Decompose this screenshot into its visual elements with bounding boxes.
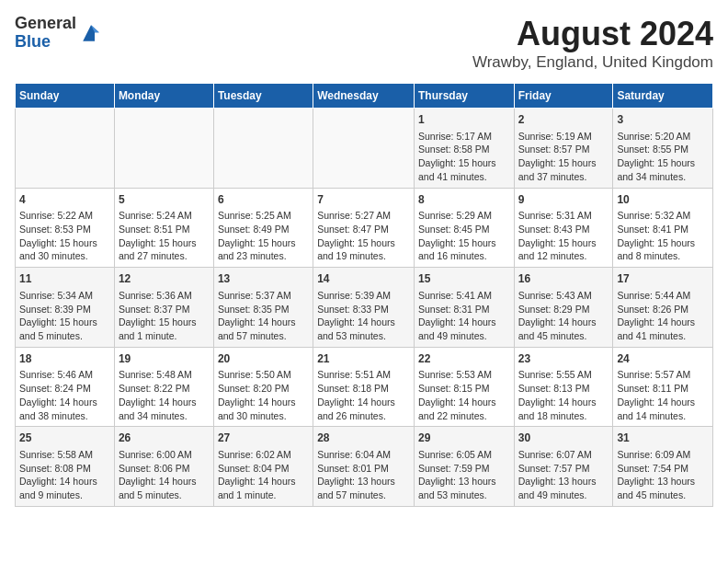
day-info: Sunrise: 6:05 AM [418, 448, 510, 462]
day-number: 29 [418, 431, 510, 446]
day-info: Daylight: 14 hours and 1 minute. [218, 475, 309, 501]
day-info: Sunrise: 5:22 AM [19, 209, 110, 223]
day-info: Sunrise: 5:46 AM [19, 368, 110, 382]
day-info: Daylight: 15 hours and 27 minutes. [119, 236, 210, 263]
day-number: 1 [418, 112, 510, 128]
day-info: Sunrise: 5:19 AM [518, 130, 609, 144]
day-info: Sunrise: 5:43 AM [518, 289, 609, 303]
day-info: Sunset: 8:58 PM [418, 143, 510, 156]
day-number: 13 [218, 271, 309, 287]
title-block: August 2024 Wrawby, England, United King… [472, 15, 713, 72]
day-info: Sunset: 8:01 PM [317, 462, 410, 476]
day-info: Sunset: 8:04 PM [218, 462, 309, 476]
logo-icon [80, 22, 102, 44]
weekday-header-monday: Monday [114, 84, 213, 109]
logo: General Blue [15, 15, 102, 52]
day-info: Sunrise: 5:55 AM [518, 368, 609, 382]
day-info: Sunset: 7:59 PM [418, 462, 510, 476]
page-title: August 2024 [472, 15, 713, 53]
day-info: Sunrise: 5:34 AM [19, 289, 110, 303]
calendar-table: SundayMondayTuesdayWednesdayThursdayFrid… [15, 83, 713, 507]
day-info: Sunrise: 5:53 AM [418, 368, 510, 382]
calendar-cell: 17Sunrise: 5:44 AMSunset: 8:26 PMDayligh… [613, 268, 713, 348]
day-info: Daylight: 13 hours and 45 minutes. [617, 475, 709, 501]
day-number: 2 [518, 112, 609, 128]
calendar-cell: 30Sunrise: 6:07 AMSunset: 7:57 PMDayligh… [514, 427, 613, 507]
calendar-week-2: 4Sunrise: 5:22 AMSunset: 8:53 PMDaylight… [16, 188, 713, 268]
weekday-header-thursday: Thursday [414, 84, 514, 109]
day-info: Daylight: 15 hours and 16 minutes. [418, 236, 510, 263]
day-info: Daylight: 14 hours and 38 minutes. [19, 396, 110, 422]
day-number: 19 [119, 351, 210, 367]
day-number: 26 [119, 431, 210, 446]
calendar-cell: 10Sunrise: 5:32 AMSunset: 8:41 PMDayligh… [613, 188, 713, 268]
weekday-header-friday: Friday [514, 84, 613, 109]
day-info: Daylight: 14 hours and 57 minutes. [218, 316, 309, 342]
day-info: Daylight: 15 hours and 37 minutes. [518, 156, 609, 183]
calendar-cell: 26Sunrise: 6:00 AMSunset: 8:06 PMDayligh… [114, 427, 213, 507]
day-number: 8 [418, 192, 510, 208]
day-number: 7 [317, 192, 410, 208]
calendar-cell [16, 109, 115, 189]
calendar-cell: 23Sunrise: 5:55 AMSunset: 8:13 PMDayligh… [514, 347, 613, 427]
calendar-cell: 13Sunrise: 5:37 AMSunset: 8:35 PMDayligh… [213, 268, 313, 348]
day-number: 31 [617, 431, 709, 446]
day-info: Daylight: 13 hours and 53 minutes. [418, 475, 510, 501]
day-info: Sunset: 8:57 PM [518, 143, 609, 156]
day-info: Sunset: 8:08 PM [19, 462, 110, 476]
day-number: 17 [617, 271, 709, 287]
page-subtitle: Wrawby, England, United Kingdom [472, 53, 713, 72]
day-number: 25 [19, 431, 110, 446]
calendar-cell: 7Sunrise: 5:27 AMSunset: 8:47 PMDaylight… [313, 188, 415, 268]
calendar-cell: 24Sunrise: 5:57 AMSunset: 8:11 PMDayligh… [613, 347, 713, 427]
calendar-week-5: 25Sunrise: 5:58 AMSunset: 8:08 PMDayligh… [16, 427, 713, 507]
svg-marker-0 [83, 25, 99, 41]
day-info: Daylight: 15 hours and 34 minutes. [617, 156, 709, 183]
calendar-cell: 2Sunrise: 5:19 AMSunset: 8:57 PMDaylight… [514, 109, 613, 189]
day-info: Sunset: 8:20 PM [218, 382, 309, 396]
day-number: 4 [19, 192, 110, 208]
calendar-cell: 4Sunrise: 5:22 AMSunset: 8:53 PMDaylight… [16, 188, 115, 268]
day-info: Sunset: 8:15 PM [418, 382, 510, 396]
day-info: Sunrise: 5:48 AM [119, 368, 210, 382]
calendar-cell [213, 109, 313, 189]
calendar-cell: 20Sunrise: 5:50 AMSunset: 8:20 PMDayligh… [213, 347, 313, 427]
weekday-header-sunday: Sunday [16, 84, 115, 109]
calendar-cell: 19Sunrise: 5:48 AMSunset: 8:22 PMDayligh… [114, 347, 213, 427]
day-info: Sunrise: 6:04 AM [317, 448, 410, 462]
day-info: Sunrise: 5:27 AM [317, 209, 410, 223]
day-info: Daylight: 15 hours and 12 minutes. [518, 236, 609, 263]
calendar-cell: 27Sunrise: 6:02 AMSunset: 8:04 PMDayligh… [213, 427, 313, 507]
calendar-cell: 3Sunrise: 5:20 AMSunset: 8:55 PMDaylight… [613, 109, 713, 189]
day-info: Sunset: 8:43 PM [518, 223, 609, 236]
day-info: Sunrise: 5:20 AM [617, 130, 709, 144]
calendar-cell: 31Sunrise: 6:09 AMSunset: 7:54 PMDayligh… [613, 427, 713, 507]
day-info: Sunrise: 5:36 AM [119, 289, 210, 303]
day-info: Daylight: 14 hours and 26 minutes. [317, 396, 410, 422]
day-info: Sunrise: 5:39 AM [317, 289, 410, 303]
day-info: Daylight: 14 hours and 49 minutes. [418, 316, 510, 342]
day-number: 30 [518, 431, 609, 446]
calendar-cell: 12Sunrise: 5:36 AMSunset: 8:37 PMDayligh… [114, 268, 213, 348]
day-info: Daylight: 14 hours and 14 minutes. [617, 396, 709, 422]
day-info: Sunset: 8:53 PM [19, 223, 110, 236]
day-info: Sunset: 8:33 PM [317, 303, 410, 316]
day-info: Sunset: 8:22 PM [119, 382, 210, 396]
day-number: 27 [218, 431, 309, 446]
calendar-cell: 28Sunrise: 6:04 AMSunset: 8:01 PMDayligh… [313, 427, 415, 507]
day-info: Sunset: 8:06 PM [119, 462, 210, 476]
day-info: Sunset: 7:54 PM [617, 462, 709, 476]
day-info: Sunrise: 5:44 AM [617, 289, 709, 303]
calendar-cell: 11Sunrise: 5:34 AMSunset: 8:39 PMDayligh… [16, 268, 115, 348]
day-number: 14 [317, 271, 410, 287]
day-info: Sunrise: 5:41 AM [418, 289, 510, 303]
day-info: Sunset: 8:55 PM [617, 143, 709, 156]
day-info: Sunset: 8:49 PM [218, 223, 309, 236]
day-info: Sunset: 8:45 PM [418, 223, 510, 236]
calendar-cell: 6Sunrise: 5:25 AMSunset: 8:49 PMDaylight… [213, 188, 313, 268]
calendar-cell: 18Sunrise: 5:46 AMSunset: 8:24 PMDayligh… [16, 347, 115, 427]
day-info: Sunrise: 5:57 AM [617, 368, 709, 382]
day-info: Sunrise: 6:00 AM [119, 448, 210, 462]
day-info: Sunset: 8:35 PM [218, 303, 309, 316]
day-info: Sunset: 8:29 PM [518, 303, 609, 316]
